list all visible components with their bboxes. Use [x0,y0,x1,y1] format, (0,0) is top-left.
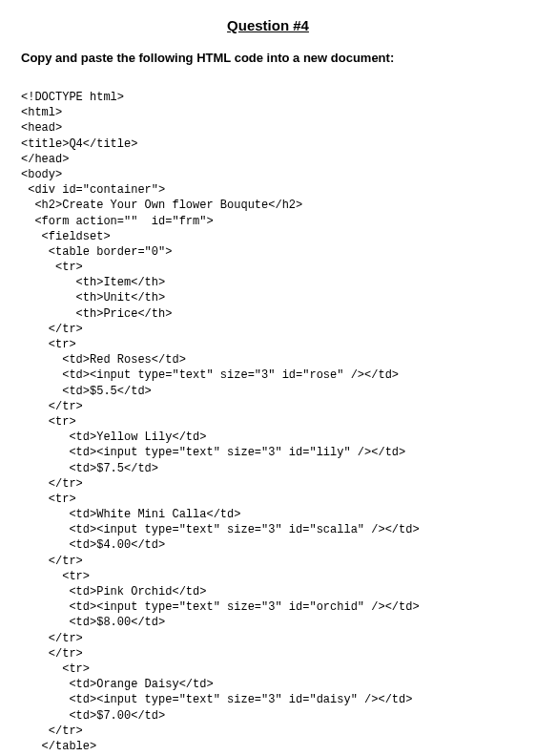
code-block: <!DOCTYPE html> <html> <head> <title>Q4<… [21,90,515,756]
instruction-text: Copy and paste the following HTML code i… [21,51,515,65]
page-title: Question #4 [21,17,515,33]
